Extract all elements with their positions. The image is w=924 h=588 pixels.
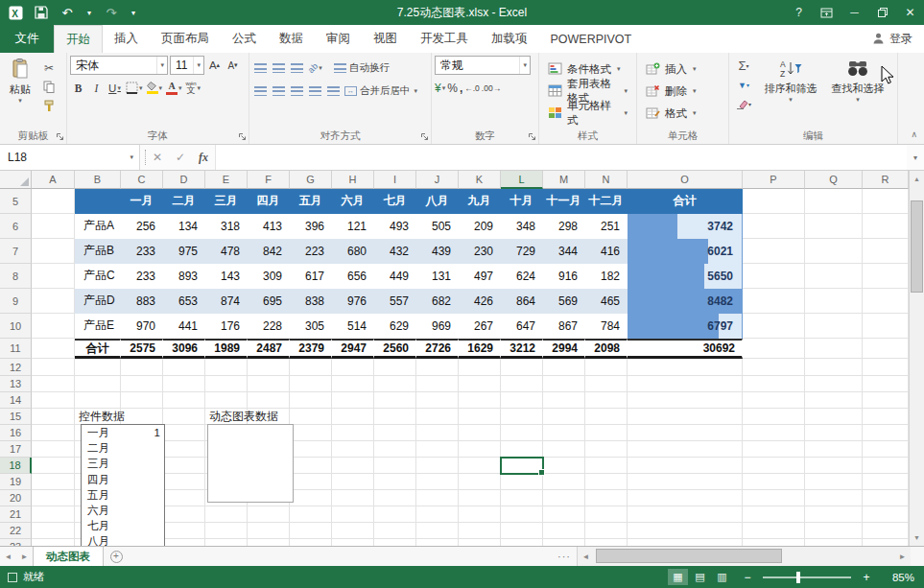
cell-I12[interactable] bbox=[374, 359, 416, 376]
cell-A17[interactable] bbox=[32, 441, 75, 458]
cell-L5[interactable]: 十月 bbox=[501, 189, 543, 214]
format-cells-button[interactable]: 格式▾ bbox=[640, 104, 725, 124]
cell-P14[interactable] bbox=[743, 392, 805, 409]
cell-R23[interactable] bbox=[863, 539, 909, 546]
cell-D12[interactable] bbox=[163, 359, 205, 376]
cell-N21[interactable] bbox=[585, 506, 628, 523]
column-header-O[interactable]: O bbox=[628, 171, 743, 189]
row-header-23[interactable]: 23 bbox=[0, 539, 32, 546]
zoom-slider-thumb[interactable] bbox=[796, 572, 800, 583]
cell-styles-button[interactable]: 单元格样式▾ bbox=[542, 104, 633, 124]
cell-E15[interactable]: 动态图表数据 bbox=[205, 409, 248, 425]
cell-H13[interactable] bbox=[332, 376, 374, 392]
cell-L21[interactable] bbox=[501, 506, 543, 523]
cell-K9[interactable]: 426 bbox=[459, 289, 501, 314]
cell-H12[interactable] bbox=[332, 359, 374, 376]
cell-K10[interactable]: 267 bbox=[459, 314, 501, 339]
comma-style-icon[interactable]: , bbox=[460, 80, 462, 96]
cell-P15[interactable] bbox=[743, 409, 805, 425]
cell-Q9[interactable] bbox=[805, 289, 863, 314]
cell-F11[interactable]: 2487 bbox=[248, 339, 290, 359]
cell-E7[interactable]: 478 bbox=[205, 239, 248, 264]
page-break-view-icon[interactable]: ▥ bbox=[712, 569, 732, 585]
cell-D5[interactable]: 二月 bbox=[163, 189, 205, 214]
cell-R5[interactable] bbox=[863, 189, 909, 214]
month-listbox[interactable]: 1 一月二月三月四月五月六月七月八月 bbox=[81, 424, 165, 546]
cell-E10[interactable]: 176 bbox=[205, 314, 248, 339]
cell-A8[interactable] bbox=[32, 264, 75, 289]
cell-K7[interactable]: 230 bbox=[459, 239, 501, 264]
horizontal-scroll-thumb[interactable] bbox=[596, 549, 782, 563]
cell-F9[interactable]: 695 bbox=[248, 289, 290, 314]
cell-G21[interactable] bbox=[290, 506, 332, 523]
cell-R7[interactable] bbox=[863, 239, 909, 264]
cell-K8[interactable]: 497 bbox=[459, 264, 501, 289]
cell-G16[interactable] bbox=[290, 425, 332, 441]
cell-K15[interactable] bbox=[459, 409, 501, 425]
restore-icon[interactable] bbox=[868, 0, 896, 25]
autosum-icon[interactable]: Σ▾ bbox=[734, 58, 753, 74]
cell-L14[interactable] bbox=[501, 392, 543, 409]
cell-C13[interactable] bbox=[121, 376, 163, 392]
cell-D20[interactable] bbox=[163, 490, 205, 506]
merge-center-button[interactable]: ↔合并后居中▾ bbox=[344, 82, 418, 100]
cell-H6[interactable]: 121 bbox=[332, 214, 374, 239]
cell-R21[interactable] bbox=[863, 506, 909, 523]
wrap-text-button[interactable]: 自动换行 bbox=[333, 59, 391, 77]
undo-icon[interactable]: ↶ bbox=[59, 4, 76, 21]
cell-F8[interactable]: 309 bbox=[248, 264, 290, 289]
tab-review[interactable]: 审阅 bbox=[315, 25, 362, 53]
cell-Q19[interactable] bbox=[805, 474, 863, 490]
orientation-icon[interactable]: ab▾ bbox=[307, 59, 323, 77]
cell-O13[interactable] bbox=[628, 376, 743, 392]
cell-I8[interactable]: 449 bbox=[374, 264, 416, 289]
cell-A14[interactable] bbox=[32, 392, 75, 409]
cell-P19[interactable] bbox=[743, 474, 805, 490]
borders-icon[interactable]: ▾ bbox=[125, 79, 144, 97]
row-header-20[interactable]: 20 bbox=[0, 490, 32, 506]
horizontal-scrollbar[interactable]: ◄ ► bbox=[577, 547, 911, 566]
cell-E13[interactable] bbox=[205, 376, 248, 392]
cell-D11[interactable]: 3096 bbox=[163, 339, 205, 359]
cell-M7[interactable]: 344 bbox=[543, 239, 585, 264]
cell-M5[interactable]: 十一月 bbox=[543, 189, 585, 214]
row-header-6[interactable]: 6 bbox=[0, 214, 32, 239]
cell-R20[interactable] bbox=[863, 490, 909, 506]
cell-N18[interactable] bbox=[585, 458, 628, 474]
cell-B8[interactable]: 产品C bbox=[75, 264, 121, 289]
cell-F6[interactable]: 413 bbox=[248, 214, 290, 239]
redo-icon[interactable]: ↷ bbox=[103, 4, 120, 21]
row-header-15[interactable]: 15 bbox=[0, 409, 32, 425]
cell-M21[interactable] bbox=[543, 506, 585, 523]
cell-P10[interactable] bbox=[743, 314, 805, 339]
cell-H5[interactable]: 六月 bbox=[332, 189, 374, 214]
cell-O20[interactable] bbox=[628, 490, 743, 506]
tab-developer[interactable]: 开发工具 bbox=[409, 25, 480, 53]
cell-K14[interactable] bbox=[459, 392, 501, 409]
cell-K13[interactable] bbox=[459, 376, 501, 392]
cell-Q13[interactable] bbox=[805, 376, 863, 392]
cell-I11[interactable]: 2560 bbox=[374, 339, 416, 359]
undo-dropdown-icon[interactable]: ▾ bbox=[84, 4, 94, 21]
cell-A23[interactable] bbox=[32, 539, 75, 546]
cell-I9[interactable]: 557 bbox=[374, 289, 416, 314]
cell-A10[interactable] bbox=[32, 314, 75, 339]
cell-F12[interactable] bbox=[248, 359, 290, 376]
cell-L8[interactable]: 624 bbox=[501, 264, 543, 289]
column-header-P[interactable]: P bbox=[743, 171, 805, 189]
excel-logo-icon[interactable]: X bbox=[7, 4, 24, 21]
cell-D9[interactable]: 653 bbox=[163, 289, 205, 314]
column-header-Q[interactable]: Q bbox=[805, 171, 863, 189]
cell-Q5[interactable] bbox=[805, 189, 863, 214]
number-format-combo[interactable]: 常规▾ bbox=[435, 56, 531, 75]
row-header-12[interactable]: 12 bbox=[0, 359, 32, 376]
cell-H22[interactable] bbox=[332, 523, 374, 539]
cell-H18[interactable] bbox=[332, 458, 374, 474]
cell-C15[interactable] bbox=[121, 409, 163, 425]
cell-J23[interactable] bbox=[416, 539, 459, 546]
cell-B6[interactable]: 产品A bbox=[75, 214, 121, 239]
cell-N13[interactable] bbox=[585, 376, 628, 392]
cell-M12[interactable] bbox=[543, 359, 585, 376]
cell-A11[interactable] bbox=[32, 339, 75, 359]
cell-H20[interactable] bbox=[332, 490, 374, 506]
